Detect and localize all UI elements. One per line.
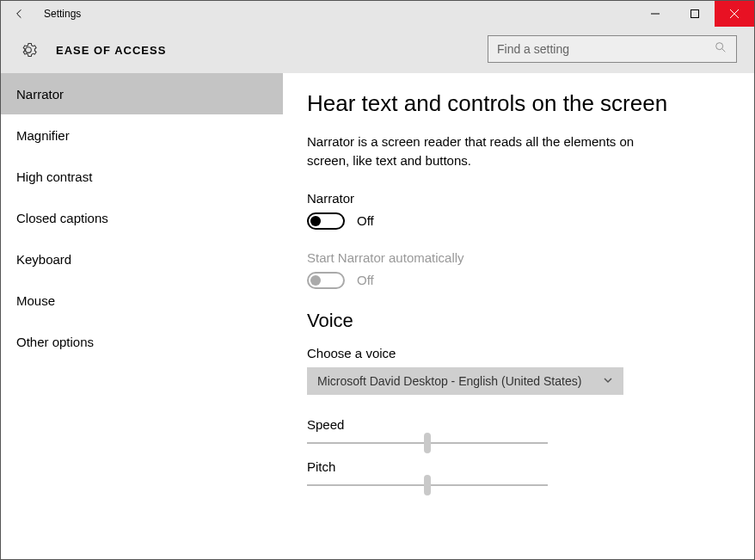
pitch-label: Pitch [307, 459, 730, 474]
sidebar-item-mouse[interactable]: Mouse [1, 280, 283, 321]
speed-label: Speed [307, 417, 730, 432]
svg-point-1 [716, 43, 723, 50]
window-controls [635, 1, 754, 27]
window-title: Settings [44, 8, 81, 20]
auto-start-label: Start Narrator automatically [307, 250, 730, 265]
gear-icon [20, 41, 37, 58]
page-description: Narrator is a screen reader that reads a… [307, 132, 677, 170]
auto-start-toggle [307, 272, 345, 289]
narrator-toggle-state: Off [357, 213, 374, 228]
sidebar: Narrator Magnifier High contrast Closed … [1, 73, 283, 559]
search-box[interactable] [488, 35, 737, 63]
sidebar-item-label: Other options [16, 335, 94, 349]
search-input[interactable] [497, 42, 714, 56]
voice-dropdown-selected: Microsoft David Desktop - English (Unite… [317, 374, 581, 388]
titlebar: Settings [1, 1, 754, 27]
body: Narrator Magnifier High contrast Closed … [1, 73, 754, 559]
sidebar-item-magnifier[interactable]: Magnifier [1, 114, 283, 156]
sidebar-item-high-contrast[interactable]: High contrast [1, 156, 283, 197]
maximize-button[interactable] [675, 1, 715, 27]
back-button[interactable] [1, 1, 39, 27]
header: EASE OF ACCESS [1, 27, 754, 73]
choose-voice-label: Choose a voice [307, 346, 730, 360]
speed-slider-thumb[interactable] [424, 433, 431, 453]
close-button[interactable] [715, 1, 754, 27]
chevron-down-icon [603, 374, 613, 388]
pitch-slider[interactable] [307, 484, 548, 486]
sidebar-item-narrator[interactable]: Narrator [1, 73, 283, 114]
page-title: Hear text and controls on the screen [307, 90, 730, 117]
content: Hear text and controls on the screen Nar… [283, 73, 754, 559]
pitch-slider-thumb[interactable] [424, 475, 431, 495]
auto-start-toggle-state: Off [357, 273, 374, 287]
sidebar-item-closed-captions[interactable]: Closed captions [1, 197, 283, 238]
speed-slider[interactable] [307, 442, 548, 444]
voice-heading: Voice [307, 310, 730, 332]
search-icon [714, 40, 727, 58]
sidebar-item-label: Magnifier [16, 128, 70, 143]
sidebar-item-label: Narrator [16, 87, 64, 102]
voice-dropdown[interactable]: Microsoft David Desktop - English (Unite… [307, 367, 623, 395]
sidebar-item-label: Closed captions [16, 211, 108, 225]
narrator-toggle[interactable] [307, 212, 345, 230]
sidebar-item-label: Mouse [16, 293, 55, 308]
sidebar-item-label: High contrast [16, 169, 92, 184]
sidebar-item-label: Keyboard [16, 252, 71, 267]
sidebar-item-other-options[interactable]: Other options [1, 321, 283, 362]
narrator-toggle-label: Narrator [307, 191, 730, 206]
svg-rect-0 [691, 10, 699, 18]
minimize-button[interactable] [635, 1, 675, 27]
category-title: EASE OF ACCESS [56, 44, 166, 57]
sidebar-item-keyboard[interactable]: Keyboard [1, 238, 283, 280]
